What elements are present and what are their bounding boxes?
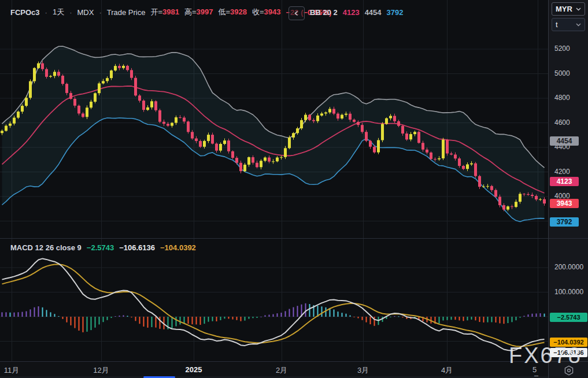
legend-separator: · — [99, 8, 101, 17]
time-axis[interactable]: 11月12月20252月3月4月5月 — [0, 361, 548, 378]
time-tick-label: 2025 — [186, 365, 202, 374]
price-axis[interactable]: MYR t 5200500048004600440042004000200.00… — [548, 0, 588, 378]
price-tick-label: 4200 — [554, 168, 570, 176]
macd-legend[interactable]: MACD 12 26 close 9 −2.5743 −106.6136 −10… — [10, 243, 196, 252]
time-tick-label: 3月 — [357, 365, 369, 376]
price-tick-label: 4600 — [554, 118, 570, 127]
macd-badge: −106.6136 — [550, 348, 587, 357]
series-type-label: Trade Price — [107, 8, 146, 17]
interval-label: 1天 — [53, 7, 64, 17]
collapse-legend-button[interactable] — [289, 6, 305, 20]
currency-dropdown[interactable]: MYR — [552, 2, 585, 16]
bb-upper-value: 4454 — [365, 8, 382, 17]
legend-separator: · — [45, 8, 47, 17]
macd-badge: −104.0392 — [550, 338, 587, 347]
pane-divider[interactable] — [549, 238, 588, 239]
price-tick-label: 4800 — [554, 94, 570, 102]
unit-label: t — [556, 20, 558, 29]
exchange-label: MDX — [77, 8, 94, 17]
price-badge: 3792 — [550, 217, 579, 227]
macd-signal-value: −104.0392 — [160, 243, 196, 252]
time-tick-label: 11月 — [4, 365, 20, 376]
price-badge: 3943 — [550, 199, 579, 208]
ohlc-open: 开=3981 — [150, 7, 179, 17]
trading-chart-window: FCPOc3 · 1天 · MDX · Trade Price 开=3981 高… — [0, 0, 588, 378]
price-badge: 4454 — [550, 136, 579, 146]
time-tick-label: 2月 — [276, 365, 287, 376]
time-tick-label: 12月 — [93, 365, 109, 376]
macd-tick-label: 200.0000 — [554, 263, 583, 271]
ohlc-low: 低=3928 — [218, 7, 247, 17]
bb-lower-value: 3792 — [387, 8, 404, 17]
unit-dropdown[interactable]: t — [552, 18, 585, 31]
ohlc-high: 高=3997 — [184, 7, 213, 17]
chevron-down-icon — [576, 23, 581, 27]
price-badge: 4123 — [550, 177, 579, 186]
macd-badge: −2.5743 — [550, 313, 587, 322]
ohlc-close: 收=3943 — [252, 7, 281, 17]
macd-title: MACD 12 26 close 9 — [10, 243, 82, 252]
bb-basis-value: 4123 — [343, 8, 360, 17]
legend-separator: · — [69, 8, 72, 17]
time-tick-label: 4月 — [441, 365, 453, 376]
macd-tick-label: 100.0000 — [554, 288, 583, 296]
symbol-legend[interactable]: FCPOc3 · 1天 · MDX · Trade Price 开=3981 高… — [10, 7, 331, 17]
chevron-left-icon — [293, 10, 300, 17]
macd-hist-value: −2.5743 — [87, 243, 114, 252]
axis-settings-corner[interactable] — [549, 361, 588, 378]
settings-icon[interactable] — [563, 365, 575, 376]
price-tick-label: 5000 — [554, 69, 570, 77]
price-tick-label: 5200 — [554, 45, 570, 53]
symbol-name: FCPOc3 — [10, 8, 40, 17]
macd-line-value: −106.6136 — [119, 243, 155, 252]
currency-label: MYR — [556, 5, 572, 13]
bb-legend[interactable]: BB 20 2 4123 4454 3792 — [310, 8, 403, 17]
bb-title: BB 20 2 — [310, 8, 338, 17]
chevron-down-icon — [576, 8, 581, 11]
chart-canvas[interactable] — [0, 0, 548, 378]
